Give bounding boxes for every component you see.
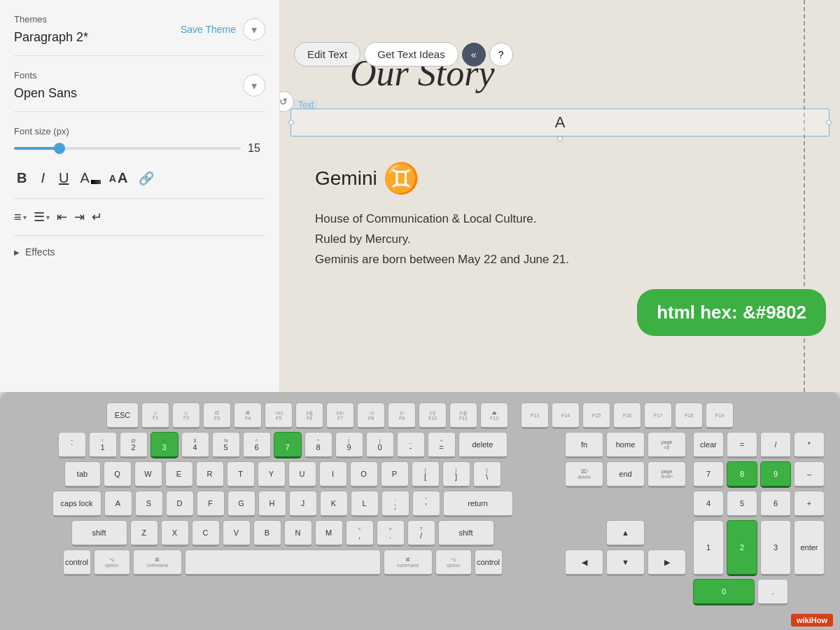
key-9[interactable]: ( 9	[335, 432, 363, 458]
key-np-star[interactable]: *	[794, 432, 825, 458]
key-0[interactable]: ) 0	[366, 432, 394, 458]
key-period[interactable]: > .	[377, 520, 405, 547]
key-return[interactable]: return	[443, 491, 513, 517]
key-e[interactable]: E	[165, 461, 193, 488]
key-control-right[interactable]: control	[475, 550, 503, 576]
key-f2[interactable]: ☼ F2	[172, 402, 200, 429]
key-f18[interactable]: F18	[675, 402, 703, 429]
help-icon-button[interactable]: ?	[489, 43, 513, 66]
key-f3[interactable]: ⊡ F3	[203, 402, 231, 429]
back-icon-button[interactable]: «	[462, 43, 486, 66]
themes-dropdown[interactable]: ▾	[243, 18, 265, 41]
key-l[interactable]: L	[351, 491, 379, 517]
key-f19[interactable]: F19	[706, 402, 734, 429]
key-tilde[interactable]: ~ `	[58, 432, 86, 458]
key-shift-left[interactable]: shift	[71, 520, 127, 547]
fonts-dropdown[interactable]: ▾	[243, 74, 265, 97]
bold-button[interactable]: B	[14, 169, 29, 188]
key-np-9[interactable]: 9	[760, 461, 791, 488]
list-style-button[interactable]: ☰ ▾	[34, 209, 50, 225]
key-np-1[interactable]: 1	[693, 520, 724, 576]
key-o[interactable]: O	[350, 461, 378, 488]
key-i[interactable]: I	[319, 461, 347, 488]
key-f12[interactable]: ⏏ F12	[480, 402, 508, 429]
key-pipe[interactable]: | \	[473, 461, 501, 488]
edit-text-button[interactable]: Edit Text	[294, 42, 360, 66]
slider-thumb[interactable]	[54, 143, 65, 154]
key-y[interactable]: Y	[258, 461, 286, 488]
key-option-right[interactable]: ⌥ option	[435, 550, 472, 576]
key-right[interactable]: ▶	[648, 550, 686, 576]
key-fn[interactable]: fn	[565, 432, 603, 458]
text-direction-button[interactable]: ↵	[92, 209, 102, 225]
key-np-2[interactable]: 2	[727, 520, 757, 576]
key-command-right[interactable]: ⌘ command	[384, 550, 433, 576]
key-esc[interactable]: ESC	[106, 402, 139, 429]
underline-button[interactable]: U	[56, 169, 71, 188]
key-7[interactable]: & 7	[274, 432, 302, 458]
key-left[interactable]: ◀	[565, 550, 603, 576]
key-b[interactable]: B	[253, 520, 281, 547]
key-capslock[interactable]: caps lock	[52, 491, 102, 517]
key-shift-right[interactable]: shift	[438, 520, 494, 547]
key-np-slash[interactable]: /	[760, 432, 791, 458]
key-f6[interactable]: ▷|| F6	[295, 402, 323, 429]
key-comma[interactable]: < ,	[346, 520, 374, 547]
key-f8[interactable]: ◁ F8	[357, 402, 385, 429]
key-q[interactable]: Q	[104, 461, 132, 488]
key-f13[interactable]: F13	[521, 402, 549, 429]
key-f[interactable]: F	[197, 491, 225, 517]
key-minus[interactable]: _ -	[397, 432, 425, 458]
link-button[interactable]: 🔗	[136, 169, 157, 188]
key-f1[interactable]: ☼ F1	[141, 402, 169, 429]
key-r[interactable]: R	[196, 461, 224, 488]
key-f11[interactable]: ▷)) F11	[449, 402, 477, 429]
key-rbrace[interactable]: } ]	[442, 461, 470, 488]
key-t[interactable]: T	[227, 461, 255, 488]
key-np-3[interactable]: 3	[760, 520, 791, 576]
key-f4[interactable]: ⊞ F4	[234, 402, 262, 429]
key-slash[interactable]: ? /	[407, 520, 435, 547]
text-selection-box[interactable]: A	[290, 108, 830, 136]
select-handle-right[interactable]	[826, 120, 832, 125]
key-x[interactable]: X	[161, 520, 189, 547]
key-8[interactable]: * 8	[304, 432, 332, 458]
key-d[interactable]: D	[166, 491, 194, 517]
key-np-8[interactable]: 8	[727, 461, 757, 488]
key-np-0[interactable]: 0	[693, 579, 755, 606]
key-semicolon[interactable]: : ;	[382, 491, 410, 517]
key-j[interactable]: J	[289, 491, 317, 517]
key-space[interactable]	[185, 550, 381, 576]
key-f9[interactable]: ▷ F9	[388, 402, 416, 429]
key-p[interactable]: P	[381, 461, 409, 488]
indent-more-button[interactable]: ⇥	[74, 209, 85, 225]
key-pagedown[interactable]: page down	[648, 461, 686, 488]
key-h[interactable]: H	[258, 491, 286, 517]
key-down[interactable]: ▼	[606, 550, 645, 576]
select-handle-bottom[interactable]	[557, 136, 563, 141]
key-w[interactable]: W	[134, 461, 162, 488]
key-command-left[interactable]: ⌘ command	[133, 550, 182, 576]
key-3[interactable]: # 3	[150, 432, 178, 458]
key-4[interactable]: $ 4	[181, 432, 209, 458]
save-theme-button[interactable]: Save Theme	[181, 24, 236, 35]
key-np-6[interactable]: 6	[760, 491, 791, 517]
key-np-dot[interactable]: .	[757, 579, 788, 606]
key-f17[interactable]: F17	[644, 402, 672, 429]
select-handle-left[interactable]	[288, 120, 294, 125]
italic-button[interactable]: I	[38, 169, 48, 188]
key-c[interactable]: C	[192, 520, 220, 547]
key-z[interactable]: Z	[130, 520, 158, 547]
align-left-button[interactable]: ≡ ▾	[14, 210, 27, 225]
key-f7[interactable]: ▷▷ F7	[326, 402, 354, 429]
key-f15[interactable]: F15	[582, 402, 610, 429]
key-v[interactable]: V	[223, 520, 251, 547]
effects-row[interactable]: ▶ Effects	[14, 246, 265, 258]
key-2[interactable]: @ 2	[120, 432, 148, 458]
key-end[interactable]: end	[606, 461, 645, 488]
key-u[interactable]: U	[288, 461, 316, 488]
key-s[interactable]: S	[135, 491, 163, 517]
key-tab[interactable]: tab	[64, 461, 101, 488]
key-np-minus[interactable]: –	[794, 461, 825, 488]
key-n[interactable]: N	[284, 520, 312, 547]
